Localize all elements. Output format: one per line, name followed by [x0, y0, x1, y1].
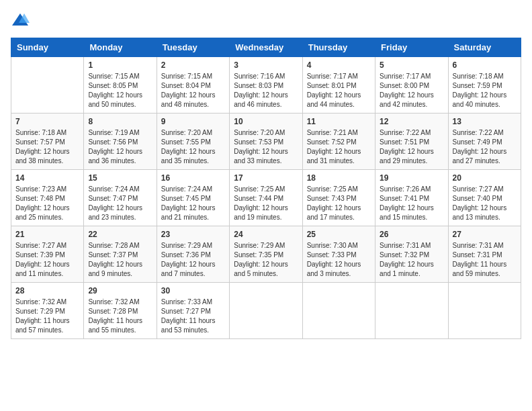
calendar-cell: 15Sunrise: 7:24 AMSunset: 7:47 PMDayligh… — [84, 170, 157, 226]
calendar-cell: 7Sunrise: 7:18 AMSunset: 7:57 PMDaylight… — [11, 113, 84, 170]
calendar-cell: 6Sunrise: 7:18 AMSunset: 7:59 PMDaylight… — [448, 57, 521, 113]
calendar-cell: 20Sunrise: 7:27 AMSunset: 7:40 PMDayligh… — [448, 170, 521, 226]
day-number: 1 — [88, 60, 152, 70]
calendar-cell: 13Sunrise: 7:22 AMSunset: 7:49 PMDayligh… — [448, 113, 521, 170]
day-number: 3 — [234, 60, 298, 70]
calendar-cell: 5Sunrise: 7:17 AMSunset: 8:00 PMDaylight… — [375, 57, 448, 113]
day-number: 7 — [15, 117, 79, 126]
cell-content: Sunrise: 7:18 AMSunset: 7:57 PMDaylight:… — [15, 128, 79, 166]
cell-content: Sunrise: 7:20 AMSunset: 7:53 PMDaylight:… — [234, 128, 298, 166]
calendar-cell — [11, 57, 84, 113]
calendar-cell: 19Sunrise: 7:26 AMSunset: 7:41 PMDayligh… — [375, 170, 448, 226]
day-number: 20 — [453, 173, 517, 183]
day-number: 12 — [380, 117, 443, 126]
cell-content: Sunrise: 7:19 AMSunset: 7:56 PMDaylight:… — [88, 128, 152, 166]
calendar-cell — [448, 283, 521, 339]
day-number: 16 — [161, 173, 225, 183]
calendar-cell: 24Sunrise: 7:29 AMSunset: 7:35 PMDayligh… — [230, 226, 302, 283]
calendar-cell: 17Sunrise: 7:25 AMSunset: 7:44 PMDayligh… — [230, 170, 302, 226]
day-number: 4 — [307, 60, 371, 70]
cell-content: Sunrise: 7:22 AMSunset: 7:49 PMDaylight:… — [453, 128, 517, 166]
day-number: 8 — [88, 117, 152, 126]
cell-content: Sunrise: 7:17 AMSunset: 8:00 PMDaylight:… — [380, 72, 443, 109]
calendar-cell: 29Sunrise: 7:32 AMSunset: 7:28 PMDayligh… — [84, 283, 157, 339]
day-number: 10 — [234, 117, 298, 126]
weekday-header-monday: Monday — [84, 38, 157, 57]
calendar-cell: 11Sunrise: 7:21 AMSunset: 7:52 PMDayligh… — [302, 113, 375, 170]
day-number: 15 — [88, 173, 152, 183]
logo-icon — [11, 11, 30, 30]
cell-content: Sunrise: 7:33 AMSunset: 7:27 PMDaylight:… — [161, 298, 225, 335]
calendar-cell: 27Sunrise: 7:31 AMSunset: 7:31 PMDayligh… — [448, 226, 521, 283]
cell-content: Sunrise: 7:15 AMSunset: 8:05 PMDaylight:… — [88, 72, 152, 109]
calendar-cell: 1Sunrise: 7:15 AMSunset: 8:05 PMDaylight… — [84, 57, 157, 113]
day-number: 19 — [380, 173, 443, 183]
calendar-body: 1Sunrise: 7:15 AMSunset: 8:05 PMDaylight… — [11, 57, 521, 339]
cell-content: Sunrise: 7:21 AMSunset: 7:52 PMDaylight:… — [307, 128, 371, 166]
cell-content: Sunrise: 7:32 AMSunset: 7:28 PMDaylight:… — [88, 298, 152, 335]
cell-content: Sunrise: 7:31 AMSunset: 7:31 PMDaylight:… — [453, 241, 517, 279]
day-number: 9 — [161, 117, 225, 126]
cell-content: Sunrise: 7:18 AMSunset: 7:59 PMDaylight:… — [453, 72, 517, 109]
day-number: 17 — [234, 173, 298, 183]
day-number: 24 — [234, 230, 298, 239]
calendar-week-row: 28Sunrise: 7:32 AMSunset: 7:29 PMDayligh… — [11, 283, 521, 339]
calendar-week-row: 1Sunrise: 7:15 AMSunset: 8:05 PMDaylight… — [11, 57, 521, 113]
calendar-cell: 30Sunrise: 7:33 AMSunset: 7:27 PMDayligh… — [157, 283, 229, 339]
day-number: 28 — [15, 286, 79, 295]
cell-content: Sunrise: 7:25 AMSunset: 7:44 PMDaylight:… — [234, 185, 298, 222]
cell-content: Sunrise: 7:28 AMSunset: 7:37 PMDaylight:… — [88, 241, 152, 279]
day-number: 27 — [453, 230, 517, 239]
weekday-header-friday: Friday — [375, 38, 448, 57]
calendar-week-row: 7Sunrise: 7:18 AMSunset: 7:57 PMDaylight… — [11, 113, 521, 170]
day-number: 22 — [88, 230, 152, 239]
cell-content: Sunrise: 7:25 AMSunset: 7:43 PMDaylight:… — [307, 185, 371, 222]
calendar-cell: 21Sunrise: 7:27 AMSunset: 7:39 PMDayligh… — [11, 226, 84, 283]
weekday-header-tuesday: Tuesday — [157, 38, 229, 57]
calendar-cell: 10Sunrise: 7:20 AMSunset: 7:53 PMDayligh… — [230, 113, 302, 170]
day-number: 29 — [88, 286, 152, 295]
calendar-cell — [375, 283, 448, 339]
logo — [11, 11, 32, 30]
calendar-week-row: 14Sunrise: 7:23 AMSunset: 7:48 PMDayligh… — [11, 170, 521, 226]
day-number: 13 — [453, 117, 517, 126]
calendar-cell: 14Sunrise: 7:23 AMSunset: 7:48 PMDayligh… — [11, 170, 84, 226]
cell-content: Sunrise: 7:27 AMSunset: 7:40 PMDaylight:… — [453, 185, 517, 222]
cell-content: Sunrise: 7:27 AMSunset: 7:39 PMDaylight:… — [15, 241, 79, 279]
day-number: 26 — [380, 230, 443, 239]
cell-content: Sunrise: 7:16 AMSunset: 8:03 PMDaylight:… — [234, 72, 298, 109]
calendar-cell: 3Sunrise: 7:16 AMSunset: 8:03 PMDaylight… — [230, 57, 302, 113]
cell-content: Sunrise: 7:22 AMSunset: 7:51 PMDaylight:… — [380, 128, 443, 166]
calendar-cell: 25Sunrise: 7:30 AMSunset: 7:33 PMDayligh… — [302, 226, 375, 283]
day-number: 11 — [307, 117, 371, 126]
day-number: 18 — [307, 173, 371, 183]
calendar-week-row: 21Sunrise: 7:27 AMSunset: 7:39 PMDayligh… — [11, 226, 521, 283]
calendar-cell: 2Sunrise: 7:15 AMSunset: 8:04 PMDaylight… — [157, 57, 229, 113]
weekday-header-wednesday: Wednesday — [230, 38, 302, 57]
calendar-cell: 22Sunrise: 7:28 AMSunset: 7:37 PMDayligh… — [84, 226, 157, 283]
cell-content: Sunrise: 7:24 AMSunset: 7:45 PMDaylight:… — [161, 185, 225, 222]
day-number: 5 — [380, 60, 443, 70]
calendar-cell: 9Sunrise: 7:20 AMSunset: 7:55 PMDaylight… — [157, 113, 229, 170]
calendar-cell — [302, 283, 375, 339]
page-header — [11, 11, 521, 30]
weekday-header-saturday: Saturday — [448, 38, 521, 57]
calendar-table: SundayMondayTuesdayWednesdayThursdayFrid… — [11, 38, 521, 339]
calendar-cell: 8Sunrise: 7:19 AMSunset: 7:56 PMDaylight… — [84, 113, 157, 170]
cell-content: Sunrise: 7:29 AMSunset: 7:35 PMDaylight:… — [234, 241, 298, 279]
calendar-cell: 16Sunrise: 7:24 AMSunset: 7:45 PMDayligh… — [157, 170, 229, 226]
day-number: 30 — [161, 286, 225, 295]
day-number: 25 — [307, 230, 371, 239]
day-number: 21 — [15, 230, 79, 239]
calendar-cell: 18Sunrise: 7:25 AMSunset: 7:43 PMDayligh… — [302, 170, 375, 226]
day-number: 2 — [161, 60, 225, 70]
cell-content: Sunrise: 7:29 AMSunset: 7:36 PMDaylight:… — [161, 241, 225, 279]
cell-content: Sunrise: 7:32 AMSunset: 7:29 PMDaylight:… — [15, 298, 79, 335]
calendar-cell: 23Sunrise: 7:29 AMSunset: 7:36 PMDayligh… — [157, 226, 229, 283]
cell-content: Sunrise: 7:20 AMSunset: 7:55 PMDaylight:… — [161, 128, 225, 166]
day-number: 23 — [161, 230, 225, 239]
cell-content: Sunrise: 7:24 AMSunset: 7:47 PMDaylight:… — [88, 185, 152, 222]
day-number: 14 — [15, 173, 79, 183]
calendar-cell: 28Sunrise: 7:32 AMSunset: 7:29 PMDayligh… — [11, 283, 84, 339]
cell-content: Sunrise: 7:15 AMSunset: 8:04 PMDaylight:… — [161, 72, 225, 109]
